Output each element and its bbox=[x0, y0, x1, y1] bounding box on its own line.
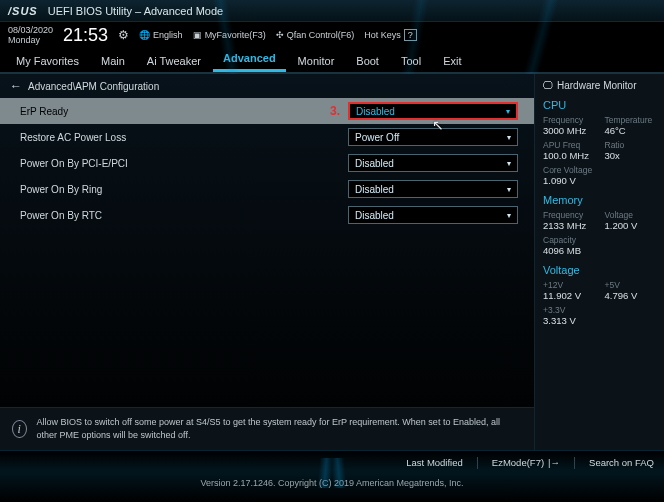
chevron-down-icon: ▾ bbox=[507, 133, 511, 142]
chevron-down-icon: ▾ bbox=[507, 185, 511, 194]
clock-text: 21:53 bbox=[63, 25, 108, 46]
setting-dropdown[interactable]: Power Off▾ bbox=[348, 128, 518, 146]
day-text: Monday bbox=[8, 35, 53, 45]
hint-text: Allow BIOS to switch off some power at S… bbox=[37, 416, 522, 442]
brand-logo: /SUS bbox=[8, 5, 38, 17]
setting-dropdown[interactable]: Disabled▾ bbox=[348, 180, 518, 198]
dropdown-value: Disabled bbox=[355, 210, 394, 221]
setting-dropdown[interactable]: Disabled▾ bbox=[348, 154, 518, 172]
language-button[interactable]: 🌐 English bbox=[139, 30, 183, 40]
setting-row[interactable]: Power On By RingDisabled▾ bbox=[0, 176, 534, 202]
voltage-heading: Voltage bbox=[543, 264, 656, 276]
exit-icon: |→ bbox=[548, 457, 560, 468]
tab-exit[interactable]: Exit bbox=[433, 49, 471, 72]
main-tabs: My Favorites Main Ai Tweaker Advanced Mo… bbox=[0, 48, 664, 74]
dropdown-value: Disabled bbox=[355, 158, 394, 169]
qfan-button[interactable]: ✣ Qfan Control(F6) bbox=[276, 30, 355, 40]
tab-monitor[interactable]: Monitor bbox=[288, 49, 345, 72]
dropdown-value: Disabled bbox=[355, 184, 394, 195]
chevron-down-icon: ▾ bbox=[507, 211, 511, 220]
hardware-monitor-pane: 🖵 Hardware Monitor CPU Frequency3000 MHz… bbox=[534, 74, 664, 450]
settings-pane: ← Advanced\APM Configuration ErP Ready3.… bbox=[0, 74, 534, 450]
info-icon: i bbox=[12, 420, 27, 438]
search-faq-button[interactable]: Search on FAQ bbox=[589, 457, 654, 468]
chevron-down-icon: ▾ bbox=[507, 159, 511, 168]
back-arrow-icon[interactable]: ← bbox=[10, 79, 22, 93]
myfavorite-button[interactable]: ▣ MyFavorite(F3) bbox=[193, 30, 266, 40]
setting-label: Power On By PCI-E/PCI bbox=[20, 158, 348, 169]
breadcrumb-text: Advanced\APM Configuration bbox=[28, 81, 159, 92]
hw-title: Hardware Monitor bbox=[557, 80, 636, 91]
memory-heading: Memory bbox=[543, 194, 656, 206]
setting-label: Power On By Ring bbox=[20, 184, 348, 195]
monitor-icon: 🖵 bbox=[543, 80, 553, 91]
hotkeys-button[interactable]: Hot Keys ? bbox=[364, 29, 417, 41]
tab-main[interactable]: Main bbox=[91, 49, 135, 72]
setting-row[interactable]: ErP Ready3.Disabled▾ bbox=[0, 98, 534, 124]
setting-row[interactable]: Power On By RTCDisabled▾ bbox=[0, 202, 534, 228]
gear-icon[interactable]: ⚙ bbox=[118, 28, 129, 42]
copyright-text: Version 2.17.1246. Copyright (C) 2019 Am… bbox=[0, 474, 664, 502]
help-hint: i Allow BIOS to switch off some power at… bbox=[0, 407, 534, 450]
tab-tool[interactable]: Tool bbox=[391, 49, 431, 72]
globe-icon: 🌐 bbox=[139, 30, 150, 40]
star-box-icon: ▣ bbox=[193, 30, 202, 40]
info-bar: 08/03/2020 Monday 21:53 ⚙ 🌐 English ▣ My… bbox=[0, 22, 664, 48]
dropdown-value: Power Off bbox=[355, 132, 399, 143]
ezmode-button[interactable]: EzMode(F7) |→ bbox=[492, 457, 560, 468]
date-text: 08/03/2020 bbox=[8, 25, 53, 35]
tab-ai-tweaker[interactable]: Ai Tweaker bbox=[137, 49, 211, 72]
setting-label: Power On By RTC bbox=[20, 210, 348, 221]
footer-bar: Last Modified EzMode(F7) |→ Search on FA… bbox=[0, 450, 664, 474]
breadcrumb: ← Advanced\APM Configuration bbox=[0, 74, 534, 98]
tab-my-favorites[interactable]: My Favorites bbox=[6, 49, 89, 72]
setting-label: ErP Ready bbox=[20, 106, 348, 117]
dropdown-value: Disabled bbox=[356, 106, 395, 117]
fan-icon: ✣ bbox=[276, 30, 284, 40]
title-bar: /SUS UEFI BIOS Utility – Advanced Mode bbox=[0, 0, 664, 22]
annotation-marker: 3. bbox=[330, 104, 340, 118]
setting-row[interactable]: Restore AC Power LossPower Off▾ bbox=[0, 124, 534, 150]
tab-boot[interactable]: Boot bbox=[346, 49, 389, 72]
setting-row[interactable]: Power On By PCI-E/PCIDisabled▾ bbox=[0, 150, 534, 176]
last-modified-button[interactable]: Last Modified bbox=[406, 457, 463, 468]
setting-dropdown[interactable]: 3.Disabled▾ bbox=[348, 102, 518, 120]
app-title: UEFI BIOS Utility – Advanced Mode bbox=[48, 5, 223, 17]
setting-label: Restore AC Power Loss bbox=[20, 132, 348, 143]
tab-advanced[interactable]: Advanced bbox=[213, 46, 286, 72]
chevron-down-icon: ▾ bbox=[506, 107, 510, 116]
question-icon: ? bbox=[404, 29, 417, 41]
cpu-heading: CPU bbox=[543, 99, 656, 111]
setting-dropdown[interactable]: Disabled▾ bbox=[348, 206, 518, 224]
